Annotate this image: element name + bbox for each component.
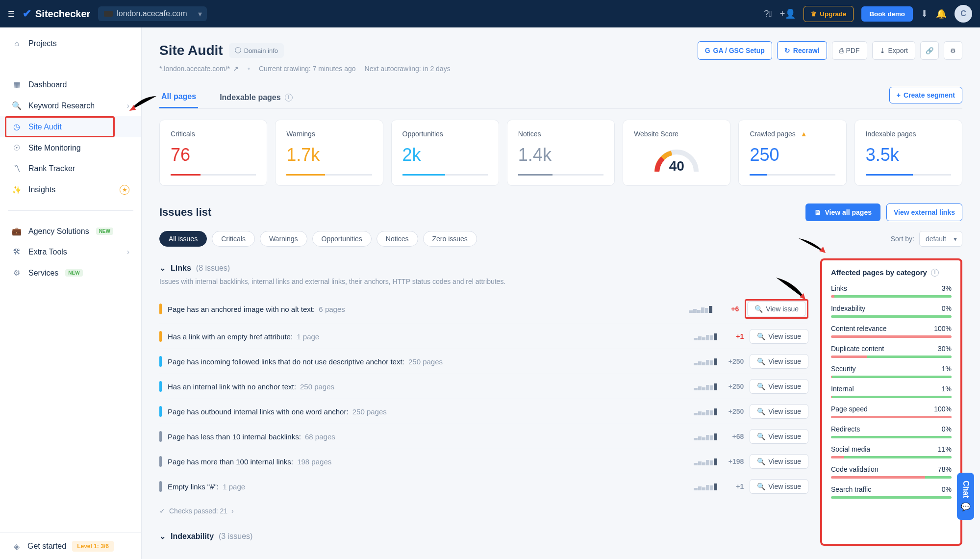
pdf-icon: ⎙ (839, 47, 843, 54)
domain-link[interactable]: *.london.acecafe.com/* ↗ (159, 65, 239, 73)
tab-all-pages[interactable]: All pages (159, 86, 198, 108)
category-row[interactable]: Indexability0% (831, 305, 952, 318)
category-row[interactable]: Internal1% (831, 385, 952, 398)
home-icon: ⌂ (12, 39, 22, 48)
search-icon: 🔍 (757, 407, 765, 415)
stat-card-crawled[interactable]: Crawled pages▲ 250 (738, 120, 846, 186)
stat-card-indexable[interactable]: Indexable pages 3.5k (854, 120, 962, 186)
issue-text: Page has outbound internal links with on… (168, 407, 688, 416)
filter-opportunities[interactable]: Opportunities (312, 231, 372, 247)
info-icon: ⓘ (235, 46, 241, 55)
delta-value: +250 (723, 407, 744, 415)
stat-card-opportunities[interactable]: Opportunities 2k (391, 120, 499, 186)
group-links-header[interactable]: ⌄ Links (8 issues) (159, 258, 808, 278)
category-row[interactable]: Page speed100% (831, 405, 952, 418)
filter-criticals[interactable]: Criticals (212, 231, 255, 247)
magic-icon: ✨ (12, 185, 22, 195)
help-icon[interactable]: ?⃝ (764, 9, 772, 19)
category-row[interactable]: Code validation78% (831, 465, 952, 479)
export-button[interactable]: ⤓ Export (872, 41, 915, 60)
stat-card-criticals[interactable]: Criticals 76 (159, 120, 267, 186)
category-row[interactable]: Content relevance100% (831, 325, 952, 338)
sidebar-item-site-audit[interactable]: ◷ Site Audit (0, 116, 141, 137)
filter-all-issues[interactable]: All issues (159, 231, 207, 247)
view-issue-button[interactable]: 🔍View issue (750, 429, 808, 444)
domain-selector[interactable]: london.acecafe.com (98, 6, 206, 21)
view-all-pages-button[interactable]: 🗎 View all pages (805, 203, 880, 221)
category-row[interactable]: Redirects0% (831, 425, 952, 438)
category-row[interactable]: Security1% (831, 365, 952, 378)
download-icon[interactable]: ⬇ (921, 8, 928, 19)
delta-value: +1 (723, 332, 744, 340)
mini-chart (694, 382, 717, 390)
search-icon: 🔍 (757, 483, 765, 490)
next-crawl: Next autocrawling: in 2 days (365, 65, 451, 73)
monitor-icon: ☉ (12, 143, 22, 152)
brand-logo[interactable]: ✔ Sitechecker (23, 7, 90, 20)
mini-chart (694, 483, 717, 490)
severity-indicator (159, 304, 162, 314)
issue-text: Page has less than 10 internal backlinks… (168, 432, 688, 441)
hamburger-icon[interactable]: ☰ (8, 9, 15, 19)
view-issue-button[interactable]: 🔍View issue (747, 302, 806, 316)
issue-row: Has a link with an empty href attribute:… (159, 324, 808, 349)
pdf-button[interactable]: ⎙ PDF (832, 41, 867, 60)
view-issue-button[interactable]: 🔍View issue (750, 329, 808, 344)
gear-icon: ⚙ (950, 47, 956, 54)
avatar[interactable]: C (955, 5, 972, 23)
sidebar-item-site-monitoring[interactable]: ☉ Site Monitoring (0, 137, 141, 158)
severity-indicator (159, 331, 162, 342)
mini-chart (694, 457, 717, 465)
sidebar-footer[interactable]: ◈ Get started Level 1: 3/6 (0, 533, 141, 559)
category-row[interactable]: Social media11% (831, 445, 952, 458)
sidebar-item-agency[interactable]: 💼 Agency Solutions NEW (0, 221, 141, 242)
share-icon: 🔗 (926, 47, 934, 54)
group-indexability-header[interactable]: ⌄ Indexability (3 issues) (159, 527, 808, 546)
issue-row: Page has more than 100 internal links: 1… (159, 449, 808, 474)
filter-notices[interactable]: Notices (377, 231, 418, 247)
delta-value: +1 (723, 483, 744, 490)
search-icon: 🔍 (757, 382, 765, 390)
upgrade-button[interactable]: ♛ Upgrade (804, 6, 854, 22)
view-external-links-button[interactable]: View external links (886, 203, 962, 221)
settings-button[interactable]: ⚙ (944, 41, 962, 60)
group-links-desc: Issues with internal backlinks, internal… (159, 278, 808, 285)
view-issue-button[interactable]: 🔍View issue (750, 379, 808, 394)
create-segment-button[interactable]: + Create segment (889, 87, 962, 103)
view-issue-button[interactable]: 🔍View issue (750, 404, 808, 419)
chat-button[interactable]: Chat 💬 (957, 473, 974, 520)
stat-card-notices[interactable]: Notices 1.4k (507, 120, 615, 186)
category-row[interactable]: Links3% (831, 284, 952, 298)
affected-panel: Affected pages by category i Links3% Ind… (820, 258, 962, 546)
sidebar-item-rank-tracker[interactable]: 〽 Rank Tracker (0, 158, 141, 179)
bell-icon[interactable]: 🔔 (936, 8, 947, 19)
chevron-right-icon: › (231, 507, 234, 515)
view-issue-button[interactable]: 🔍View issue (750, 454, 808, 469)
category-row[interactable]: Search traffic0% (831, 485, 952, 499)
briefcase-icon: 💼 (12, 227, 22, 236)
view-issue-button[interactable]: 🔍View issue (750, 479, 808, 494)
view-issue-button[interactable]: 🔍View issue (750, 354, 808, 369)
sidebar-item-projects[interactable]: ⌂ Projects (0, 33, 141, 54)
book-demo-button[interactable]: Book demo (861, 6, 913, 22)
sidebar-item-extra-tools[interactable]: 🛠 Extra Tools › (0, 242, 141, 262)
sidebar-item-insights[interactable]: ✨ Insights ★ (0, 179, 141, 201)
ga-gsc-button[interactable]: G GA / GSC Setup (698, 41, 772, 60)
filter-zero-issues[interactable]: Zero issues (423, 231, 477, 247)
sidebar-item-keyword-research[interactable]: 🔍 Keyword Research › (0, 95, 141, 116)
sidebar-item-services[interactable]: ⚙ Services NEW (0, 262, 141, 283)
recrawl-button[interactable]: ↻ Recrawl (777, 41, 827, 60)
tab-indexable-pages[interactable]: Indexable pages i (218, 87, 295, 108)
chevron-right-icon: › (127, 248, 129, 256)
category-row[interactable]: Duplicate content30% (831, 345, 952, 358)
info-icon: i (931, 269, 939, 277)
sidebar-item-dashboard[interactable]: ▦ Dashboard (0, 74, 141, 95)
stat-card-website_score[interactable]: Website Score 40 (623, 120, 730, 186)
filter-warnings[interactable]: Warnings (260, 231, 307, 247)
domain-info-button[interactable]: ⓘ Domain info (229, 43, 284, 58)
stat-card-warnings[interactable]: Warnings 1.7k (275, 120, 383, 186)
sort-select[interactable]: default ▾ (919, 231, 962, 247)
severity-indicator (159, 431, 162, 442)
share-button[interactable]: 🔗 (920, 41, 939, 60)
add-user-icon[interactable]: +👤 (780, 8, 796, 19)
